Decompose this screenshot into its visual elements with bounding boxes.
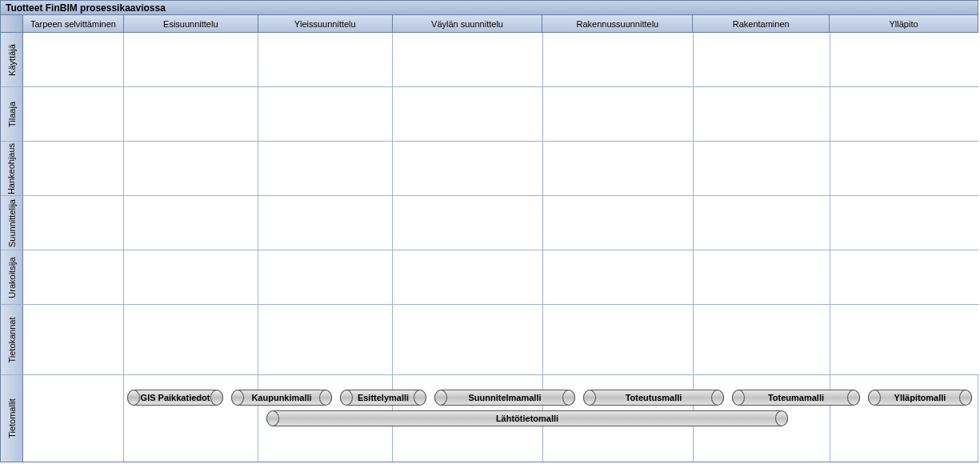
cell (258, 87, 393, 141)
cell (124, 196, 258, 250)
tietomallit-cells: GIS Paikkatiedot Kaupunkimalli Esittelym… (23, 375, 978, 462)
cell (830, 87, 978, 141)
cyl-lahtotieto: Lähtötietomalli (266, 410, 788, 426)
cell (393, 87, 543, 141)
cell (830, 142, 978, 195)
cell (830, 196, 978, 250)
cell (543, 305, 694, 374)
cell (23, 33, 124, 86)
swimlanes: Käyttäjä Tilaaja (1, 33, 978, 462)
corner-spacer (1, 15, 23, 32)
col-header-4: Väylän suunnittelu (393, 15, 543, 32)
col-header-2: Esisuunnittelu (124, 15, 258, 32)
cell (543, 33, 694, 86)
cell (830, 250, 978, 304)
col-header-6: Rakentaminen (693, 15, 830, 32)
cyl-kaupunki: Kaupunkimalli (231, 390, 332, 406)
cell (694, 305, 830, 374)
cell (830, 305, 978, 374)
cyl-suunnitelma: Suunnitelmamalli (434, 390, 575, 406)
cyl-gis: GIS Paikkatiedot (127, 390, 223, 406)
cell (393, 196, 543, 250)
cell (124, 142, 258, 195)
column-headers: Tarpeen selvittäminen Esisuunnittelu Yle… (1, 15, 978, 33)
lane-tietokannat: Tietokannat (1, 305, 978, 375)
lane-label-urakoitsija: Urakoitsija (1, 250, 23, 304)
cell (23, 196, 124, 250)
col-header-3: Yleissuunnittelu (258, 15, 393, 32)
cell (124, 87, 258, 141)
cell (23, 250, 124, 304)
cell (694, 33, 830, 86)
cyl-yllapito: Ylläpitomalli (868, 390, 972, 406)
cell (258, 33, 393, 86)
lane-hankeohjaus: Hankeohjaus (1, 142, 978, 196)
cell (258, 142, 393, 195)
lane-label-tietokannat: Tietokannat (1, 305, 23, 374)
cyl-esittely: Esittelymalli (340, 390, 426, 406)
cyl-toteuma: Toteumamalli (732, 390, 860, 406)
cell (543, 196, 694, 250)
cell (23, 87, 124, 141)
cell (694, 87, 830, 141)
col-header-1: Tarpeen selvittäminen (23, 15, 124, 32)
cell (694, 142, 830, 195)
lane-tilaaja: Tilaaja (1, 87, 978, 142)
cell (23, 305, 124, 374)
cell (124, 33, 258, 86)
cell (124, 375, 258, 462)
cell (124, 250, 258, 304)
cell (23, 142, 124, 195)
cell (543, 142, 694, 195)
lane-suunnittelija: Suunnittelija (1, 196, 978, 250)
cell (124, 305, 258, 374)
cell (393, 305, 543, 374)
lane-label-suunnittelija: Suunnittelija (1, 196, 23, 250)
lane-urakoitsija: Urakoitsija (1, 250, 978, 305)
cell (258, 250, 393, 304)
cell (830, 375, 978, 462)
lane-label-hankeohjaus: Hankeohjaus (1, 142, 23, 195)
process-diagram: Tuotteet FinBIM prosessikaaviossa Tarpee… (0, 0, 978, 462)
cell (694, 250, 830, 304)
cell (23, 375, 124, 462)
cell (258, 196, 393, 250)
cell (543, 87, 694, 141)
cell (393, 142, 543, 195)
cyl-toteutus: Toteutusmalli (583, 390, 724, 406)
lane-tietomallit: Tietomallit GIS Paikkatiedot Kaupunkimal… (1, 375, 978, 462)
cell (393, 33, 543, 86)
cell (543, 250, 694, 304)
cell (393, 250, 543, 304)
cell (258, 305, 393, 374)
lane-label-kayttaja: Käyttäjä (1, 33, 23, 86)
lane-kayttaja: Käyttäjä (1, 33, 978, 87)
cell (694, 196, 830, 250)
cell (830, 33, 978, 86)
lane-label-tilaaja: Tilaaja (1, 87, 23, 141)
col-header-5: Rakennussuunnittelu (542, 15, 693, 32)
lane-label-tietomallit: Tietomallit (1, 375, 23, 462)
col-header-7: Ylläpito (830, 15, 978, 32)
diagram-title: Tuotteet FinBIM prosessikaaviossa (1, 1, 978, 15)
